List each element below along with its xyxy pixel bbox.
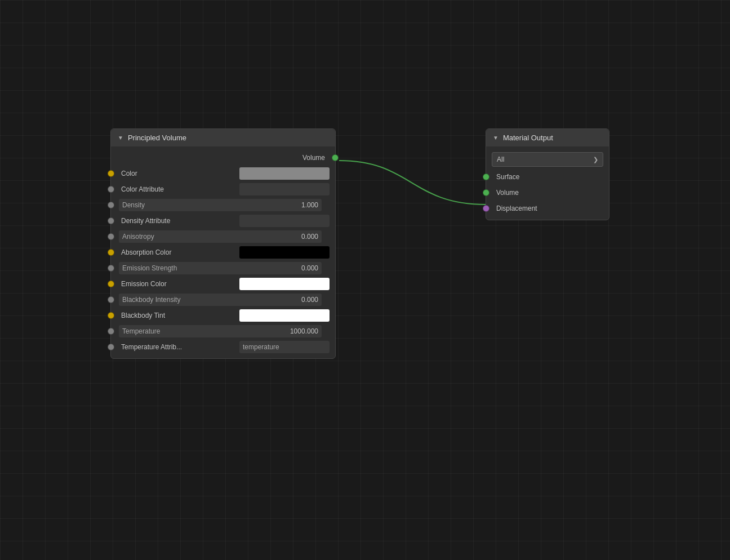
pv-emission-strength-value: 0.000	[301, 264, 318, 272]
pv-blackbody-tint-socket[interactable]	[108, 312, 114, 319]
mo-volume-label: Volume	[494, 189, 609, 197]
pv-volume-label: Volume	[302, 154, 332, 162]
pv-blackbody-intensity-socket[interactable]	[108, 296, 114, 303]
pv-volume-output-row: Volume	[111, 150, 335, 166]
pv-temperature-field-label: Temperature	[122, 327, 160, 335]
pv-collapse-arrow[interactable]: ▼	[118, 135, 123, 141]
pv-blackbody-intensity-field-label: Blackbody Intensity	[122, 296, 180, 304]
pv-absorption-color-label: Absorption Color	[119, 248, 239, 256]
pv-color-attr-row: Color Attribute	[111, 181, 335, 197]
mo-displacement-label: Displacement	[494, 205, 609, 212]
pv-density-socket[interactable]	[108, 202, 114, 208]
pv-temperature-row: Temperature 1000.000	[111, 323, 335, 339]
pv-blackbody-tint-swatch[interactable]	[239, 309, 330, 322]
mo-collapse-arrow[interactable]: ▼	[493, 135, 498, 141]
pv-color-swatch[interactable]	[239, 167, 330, 180]
mo-displacement-socket[interactable]	[483, 205, 489, 212]
pv-emission-color-label: Emission Color	[119, 280, 239, 288]
mo-displacement-row: Displacement	[486, 201, 609, 216]
pv-absorption-color-swatch[interactable]	[239, 246, 330, 259]
pv-temperature-value: 1000.000	[290, 327, 318, 335]
pv-blackbody-intensity-field[interactable]: Blackbody Intensity 0.000	[119, 294, 322, 306]
grid-background	[0, 0, 730, 560]
pv-temp-attr-value: temperature	[243, 343, 279, 351]
pv-color-attr-socket[interactable]	[108, 186, 114, 193]
mo-dropdown-label: All	[497, 155, 504, 163]
pv-emission-strength-row: Emission Strength 0.000	[111, 260, 335, 276]
mo-render-pass-dropdown[interactable]: All ❯	[492, 152, 603, 167]
pv-blackbody-intensity-row: Blackbody Intensity 0.000	[111, 292, 335, 308]
mo-node-body: All ❯ Surface Volume Displacement	[486, 146, 609, 220]
pv-density-field[interactable]: Density 1.000	[119, 199, 322, 211]
pv-blackbody-tint-row: Blackbody Tint	[111, 308, 335, 323]
pv-anisotropy-field[interactable]: Anisotropy 0.000	[119, 230, 322, 243]
pv-blackbody-intensity-value: 0.000	[301, 296, 318, 304]
pv-node-title: Principled Volume	[128, 134, 186, 142]
pv-color-socket[interactable]	[108, 170, 114, 177]
pv-anisotropy-socket[interactable]	[108, 233, 114, 240]
pv-color-label: Color	[119, 170, 239, 177]
pv-color-attr-label: Color Attribute	[119, 185, 239, 193]
mo-surface-label: Surface	[494, 173, 609, 181]
pv-anisotropy-value: 0.000	[301, 233, 318, 241]
principled-volume-node: ▼ Principled Volume Volume Color Color A…	[110, 128, 336, 359]
mo-dropdown-arrow: ❯	[593, 156, 598, 163]
pv-density-row: Density 1.000	[111, 197, 335, 213]
pv-emission-strength-field[interactable]: Emission Strength 0.000	[119, 262, 322, 274]
pv-color-row: Color	[111, 166, 335, 181]
mo-surface-socket[interactable]	[483, 174, 489, 180]
mo-volume-socket[interactable]	[483, 189, 489, 196]
pv-temperature-socket[interactable]	[108, 328, 114, 335]
pv-node-header[interactable]: ▼ Principled Volume	[111, 129, 335, 146]
pv-emission-color-row: Emission Color	[111, 276, 335, 292]
pv-emission-color-swatch[interactable]	[239, 278, 330, 290]
connection-lines	[0, 0, 730, 560]
pv-absorption-color-socket[interactable]	[108, 249, 114, 256]
pv-density-attr-row: Density Attribute	[111, 213, 335, 229]
pv-temperature-field[interactable]: Temperature 1000.000	[119, 325, 322, 337]
pv-emission-strength-field-label: Emission Strength	[122, 264, 177, 272]
pv-absorption-color-row: Absorption Color	[111, 245, 335, 260]
pv-temp-attr-field[interactable]: temperature	[239, 341, 330, 353]
pv-temp-attr-label: Temperature Attrib...	[119, 343, 239, 351]
mo-node-header[interactable]: ▼ Material Output	[486, 129, 609, 146]
pv-node-body: Volume Color Color Attribute Density 1.0…	[111, 146, 335, 358]
pv-temp-attr-row: Temperature Attrib... temperature	[111, 339, 335, 355]
pv-density-value: 1.000	[301, 201, 318, 209]
pv-volume-socket[interactable]	[332, 154, 339, 161]
pv-density-field-label: Density	[122, 201, 145, 209]
pv-anisotropy-row: Anisotropy 0.000	[111, 229, 335, 245]
mo-node-title: Material Output	[503, 134, 553, 142]
mo-surface-row: Surface	[486, 169, 609, 185]
pv-density-attr-socket[interactable]	[108, 217, 114, 224]
mo-volume-row: Volume	[486, 185, 609, 201]
pv-temp-attr-socket[interactable]	[108, 344, 114, 350]
pv-emission-strength-socket[interactable]	[108, 265, 114, 272]
material-output-node: ▼ Material Output All ❯ Surface Volume D…	[486, 128, 609, 220]
pv-density-attr-field[interactable]	[239, 215, 330, 227]
pv-blackbody-tint-label: Blackbody Tint	[119, 312, 239, 319]
pv-color-attr-field[interactable]	[239, 183, 330, 195]
pv-emission-color-socket[interactable]	[108, 281, 114, 287]
pv-density-attr-label: Density Attribute	[119, 217, 239, 225]
pv-anisotropy-field-label: Anisotropy	[122, 233, 154, 241]
